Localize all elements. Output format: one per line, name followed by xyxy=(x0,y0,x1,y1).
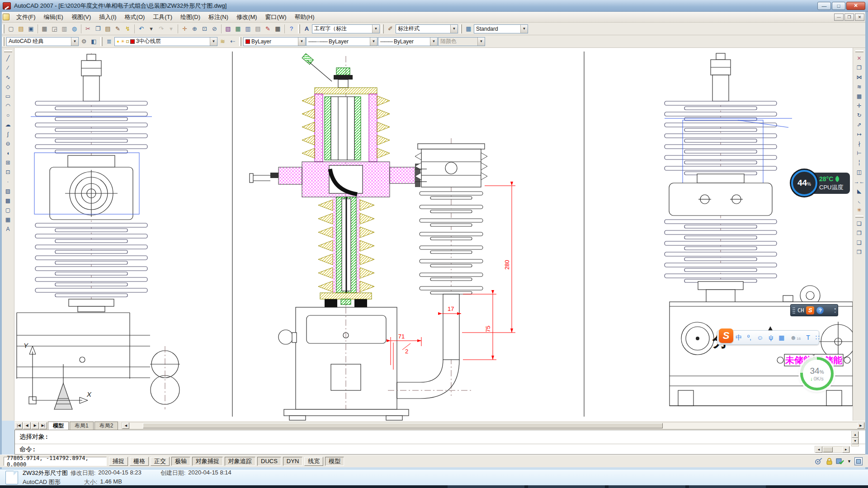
toolbar-grip[interactable] xyxy=(239,37,241,46)
new-file-icon[interactable]: ▢ xyxy=(6,24,16,33)
match-properties-icon[interactable]: ✎ xyxy=(113,24,123,33)
scroll-right-arrow[interactable]: ▶ xyxy=(857,422,864,429)
undo-icon[interactable]: ↶ xyxy=(137,24,146,33)
minimize-button[interactable]: — xyxy=(817,2,831,10)
mic-icon[interactable]: ψ xyxy=(769,334,773,341)
command-window[interactable]: 选择对象: 命令: ▲ ▼ ◀ ▶ xyxy=(14,430,865,455)
menu-modify[interactable]: 修改(M) xyxy=(232,12,261,23)
quickcalc-icon[interactable]: ▦ xyxy=(273,24,283,33)
draworder-above-icon[interactable]: ❑ xyxy=(854,238,864,247)
help-icon[interactable]: ? xyxy=(287,24,296,33)
draw-polygon-icon[interactable]: ◇ xyxy=(3,82,13,91)
draw-arc-icon[interactable]: ◠ xyxy=(3,101,13,110)
color-combo[interactable]: ByLayer▼ xyxy=(243,37,306,46)
layer-manager-icon[interactable]: ≣ xyxy=(104,37,114,46)
draw-spline-icon[interactable]: ∫ xyxy=(3,129,13,139)
text-style-combo[interactable]: 工程字（标注▼ xyxy=(312,24,380,33)
sogou-logo-icon[interactable]: S xyxy=(719,328,733,343)
draw-insert-block-icon[interactable]: ⊞ xyxy=(3,158,13,167)
modify-join-icon[interactable]: →← xyxy=(854,177,864,186)
scroll-right-arrow[interactable]: ▶ xyxy=(842,446,849,453)
toggle-polar[interactable]: 极轴 xyxy=(171,457,190,466)
keyboard-icon[interactable]: ▦ xyxy=(778,334,784,341)
tab-layout1[interactable]: 布局1 xyxy=(70,422,94,430)
toolbar-lock-icon[interactable] xyxy=(826,458,833,465)
menu-help[interactable]: 帮助(H) xyxy=(291,12,319,23)
draw-ellipse-icon[interactable]: ⊖ xyxy=(3,139,13,148)
tab-first-button[interactable]: |◀ xyxy=(15,422,23,429)
zoom-realtime-icon[interactable]: ⊕ xyxy=(190,24,199,33)
dim-style-manager-icon[interactable]: ✐ xyxy=(386,24,395,33)
account-icon[interactable]: ☻16 xyxy=(790,334,801,341)
drawing-canvas[interactable]: Y X xyxy=(14,48,853,421)
menu-edit[interactable]: 编辑(E) xyxy=(40,12,67,23)
chinese-mode-icon[interactable]: 中 xyxy=(736,334,742,341)
draw-hatch-icon[interactable]: ▨ xyxy=(3,186,13,196)
pan-icon[interactable]: ✛ xyxy=(180,24,189,33)
toggle-model[interactable]: 模型 xyxy=(325,457,344,466)
title-bar[interactable]: AutoCAD 2007 - [E:\2020年度文件\单相电子式组合\总装图\… xyxy=(0,0,868,12)
maximize-button[interactable]: □ xyxy=(832,2,845,10)
lineweight-combo[interactable]: ——— ByLayer▼ xyxy=(378,37,438,46)
toolbar-grip[interactable] xyxy=(4,50,12,52)
copy-icon[interactable]: ❐ xyxy=(93,24,103,33)
toolbar-grip[interactable] xyxy=(2,24,5,33)
horizontal-scrollbar[interactable]: ◀ ▶ xyxy=(122,422,865,429)
skin-icon[interactable]: T xyxy=(806,334,810,341)
punctuation-icon[interactable]: º, xyxy=(747,334,751,341)
publish-icon[interactable]: ▥ xyxy=(60,24,69,33)
draw-point-icon[interactable]: ∙ xyxy=(3,177,13,186)
plot-preview-icon[interactable]: ◲ xyxy=(50,24,59,33)
langbar-minimize-icon[interactable]: ▪ xyxy=(835,310,835,314)
draw-make-block-icon[interactable]: ⊡ xyxy=(3,167,13,177)
tab-last-button[interactable]: ▶| xyxy=(39,422,47,429)
workspace-settings-icon[interactable]: ⚙ xyxy=(79,37,89,46)
sheet-set-manager-icon[interactable]: ▤ xyxy=(253,24,263,33)
clean-screen-button[interactable] xyxy=(854,457,863,465)
modify-break-at-point-icon[interactable]: ╎ xyxy=(854,158,864,167)
toolbar-grip[interactable] xyxy=(855,216,863,218)
emoji-icon[interactable]: ☺ xyxy=(757,334,763,341)
drag-handle-icon[interactable] xyxy=(793,307,795,314)
modify-erase-icon[interactable]: ✕ xyxy=(854,53,864,63)
modify-copy-icon[interactable]: ❐ xyxy=(854,63,864,72)
doc-minimize-button[interactable]: — xyxy=(834,14,844,21)
command-vertical-scrollbar[interactable]: ▲ ▼ xyxy=(851,431,859,446)
menu-dimension[interactable]: 标注(N) xyxy=(204,12,232,23)
layer-previous-icon[interactable]: ⇠ xyxy=(228,37,237,46)
make-layer-current-icon[interactable]: ≋ xyxy=(218,37,227,46)
menu-format[interactable]: 格式(O) xyxy=(121,12,149,23)
draw-circle-icon[interactable]: ○ xyxy=(3,110,13,120)
cut-icon[interactable]: ✂ xyxy=(83,24,93,33)
modify-move-icon[interactable]: ✛ xyxy=(854,101,864,110)
status-menu-arrow[interactable]: ▼ xyxy=(847,459,851,464)
annotation-scale-icon[interactable] xyxy=(836,458,844,465)
linetype-combo[interactable]: —— - —— ByLayer▼ xyxy=(306,37,377,46)
sogou-toolbar[interactable]: S 中º,☺ψ▦☻16T∷ xyxy=(717,330,819,345)
toolbar-grip[interactable] xyxy=(460,24,462,33)
modify-scale-icon[interactable]: ⇗ xyxy=(854,120,864,129)
toolbar-grip[interactable] xyxy=(100,37,103,46)
draworder-back-icon[interactable]: ❐ xyxy=(854,228,864,238)
scroll-left-arrow[interactable]: ◀ xyxy=(815,446,822,453)
modify-explode-icon[interactable]: ✳ xyxy=(854,205,864,215)
scrollbar-thumb[interactable] xyxy=(143,423,663,428)
modify-offset-icon[interactable]: ≋ xyxy=(854,82,864,91)
draworder-front-icon[interactable]: ❏ xyxy=(854,219,864,228)
communication-center-icon[interactable] xyxy=(815,458,823,465)
toggle-grid[interactable]: 栅格 xyxy=(130,457,149,466)
zoom-previous-icon[interactable]: ⊘ xyxy=(210,24,219,33)
paste-icon[interactable]: ▤ xyxy=(103,24,113,33)
modify-extend-icon[interactable]: ⊢ xyxy=(854,148,864,158)
doc-close-button[interactable]: ✕ xyxy=(855,14,864,21)
tab-layout2[interactable]: 布局2 xyxy=(94,422,118,430)
ime-help-button[interactable]: ? xyxy=(816,307,824,314)
command-prompt[interactable]: 命令: xyxy=(19,446,36,454)
redo-icon[interactable]: ↷ xyxy=(156,24,166,33)
scroll-up-arrow[interactable]: ▲ xyxy=(852,432,859,438)
block-editor-icon[interactable]: ↯ xyxy=(123,24,132,33)
text-style-manager-icon[interactable]: A xyxy=(302,24,311,33)
tool-palettes-icon[interactable]: ▥ xyxy=(243,24,253,33)
toolbar-grip[interactable] xyxy=(2,37,5,46)
modify-chamfer-icon[interactable]: ◣ xyxy=(854,186,864,196)
